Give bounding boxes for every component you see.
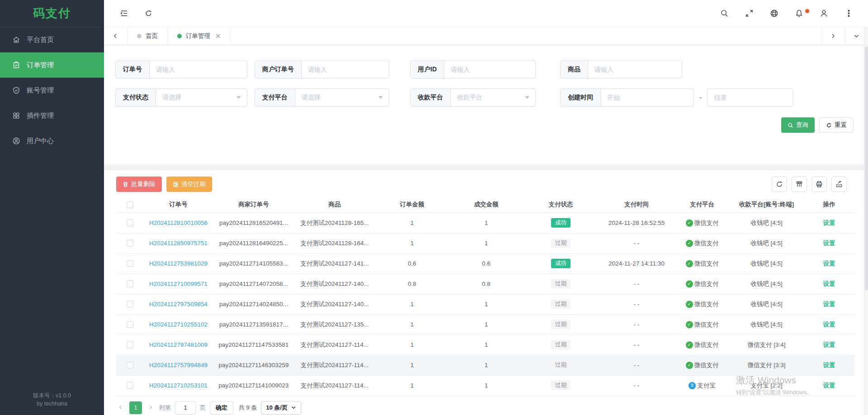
order-number-link[interactable]: H2024112797509854 [149,301,208,308]
refresh-icon[interactable] [144,9,153,18]
order-number-link[interactable]: H2024112850975751 [149,240,208,247]
row-checkbox[interactable] [127,219,133,226]
pay-status-select[interactable]: 请选择 [156,89,247,106]
platform-name: 微信支付 [694,321,719,328]
collect-platform-select[interactable]: 收款平台 [451,89,535,106]
row-checkbox[interactable] [127,382,133,389]
order-number-link[interactable]: H2024112710253101 [149,382,208,389]
filter-pay-status: 支付状态 请选择 [115,89,247,107]
platform-name: 微信支付 [694,219,719,226]
more-menu-icon[interactable] [844,9,853,18]
row-checkbox[interactable] [127,240,133,247]
order-amount: 1 [410,240,414,247]
user-id-input[interactable] [444,61,535,78]
batch-delete-button[interactable]: 批量删除 [116,177,162,192]
reset-button[interactable]: 重置 [819,117,854,133]
order-number-link[interactable]: H2024112753981029 [149,260,208,267]
batch-delete-label: 批量删除 [131,180,156,188]
settings-link[interactable]: 设置 [823,280,835,287]
status-badge: 过期 [551,238,571,248]
row-checkbox[interactable] [127,362,133,368]
tab-home[interactable]: 首页 [127,27,168,45]
clear-expired-button[interactable]: 清空过期 [166,177,212,192]
page-size-select[interactable]: 10 条/页 [261,401,301,415]
order-no-input[interactable] [150,61,247,78]
row-checkbox[interactable] [127,301,133,308]
sidebar-item-user-center[interactable]: 用户中心 [0,128,104,154]
goto-confirm-button[interactable]: 确定 [210,401,233,415]
tab-dot-active [177,34,182,38]
row-checkbox[interactable] [127,260,133,267]
product-name: 支付测试20241127-140... [300,301,368,308]
status-badge: 成功 [551,218,571,228]
settings-link[interactable]: 设置 [823,362,835,368]
user-icon[interactable] [819,9,828,18]
page-size-value: 10 条/页 [266,404,288,412]
merchant-no-input[interactable] [302,61,389,78]
order-number-link[interactable]: H2024112757994849 [149,362,208,368]
date-end-input[interactable] [707,89,793,107]
clear-expired-label: 清空过期 [181,180,206,188]
tabs-scroll-left-button[interactable] [104,27,127,45]
refresh-icon [776,181,783,188]
column-settings-button[interactable] [792,177,807,192]
tab-label: 首页 [146,32,158,40]
col-header-pay-time: 支付时间 [598,197,675,213]
platform-name: 支付宝 [697,382,716,389]
date-start-input[interactable] [601,89,693,106]
next-page-button[interactable] [146,404,155,411]
filter-create-time: 创建时间 - [560,89,793,107]
version-info: 版本号：v1.0.0 by techhaha [0,392,104,408]
settings-link[interactable]: 设置 [823,260,835,267]
query-button[interactable]: 查询 [781,117,815,133]
row-checkbox[interactable] [127,321,133,328]
scrollbar-thumb[interactable] [865,47,868,290]
order-number-link[interactable]: H2024112710099571 [149,280,208,287]
table-header-row: 订单号 商家订单号 商品 订单金额 成交金额 支付状态 支付时间 支付平台 收款… [116,197,854,213]
tab-close-icon[interactable]: ✕ [215,32,221,40]
collapse-menu-icon[interactable] [119,9,128,18]
row-checkbox[interactable] [127,280,133,287]
search-icon[interactable] [720,9,729,18]
sidebar-item-order-management[interactable]: 订单管理 [0,52,104,78]
chevron-down-icon [236,96,241,99]
row-checkbox[interactable] [127,341,133,348]
sidebar-item-plugin-management[interactable]: 插件管理 [0,103,104,128]
export-button[interactable] [831,177,847,192]
wechat-pay-icon: ✓ [686,260,693,267]
settings-link[interactable]: 设置 [823,341,835,348]
pay-platform-select[interactable]: 请选择 [295,89,389,106]
table-refresh-button[interactable] [772,177,787,192]
tabs-scroll-right-button[interactable] [821,27,844,45]
date-range-separator: - [699,93,702,102]
order-number-link[interactable]: H2024112710255102 [149,321,208,328]
goto-page-input[interactable] [175,401,196,415]
prev-page-button[interactable] [116,404,125,411]
order-amount: 1 [410,362,414,368]
settings-link[interactable]: 设置 [823,219,835,226]
notifications-bell-icon[interactable] [794,9,803,18]
tab-order-management[interactable]: 订单管理 ✕ [168,27,231,45]
product-input[interactable] [588,61,682,78]
search-icon [788,122,793,128]
merchant-order-no: pay2024112714072058... [219,280,288,287]
sidebar-item-platform-home[interactable]: 平台首页 [0,27,104,52]
order-number-link[interactable]: H2024112810010056 [149,219,208,226]
globe-icon[interactable] [769,9,778,18]
order-number-link[interactable]: H2024112797481009 [149,341,208,348]
settings-link[interactable]: 设置 [823,321,835,328]
page-number-current[interactable]: 1 [129,401,142,414]
select-all-checkbox[interactable] [127,201,133,208]
sidebar-item-account-management[interactable]: 账号管理 [0,78,104,103]
settings-link[interactable]: 设置 [823,301,835,308]
status-badge: 过期 [551,320,571,329]
order-amount: 1 [410,321,414,328]
fullscreen-icon[interactable] [745,9,754,18]
pagination: 1 到第 页 确定 共 9 条 10 条/页 [116,401,854,415]
settings-link[interactable]: 设置 [823,382,835,389]
settings-link[interactable]: 设置 [823,240,835,247]
page-scrollbar[interactable] [864,27,868,415]
select-placeholder: 收款平台 [457,93,482,102]
print-button[interactable] [811,177,827,192]
product-name: 支付测试20241127-141... [300,260,368,267]
